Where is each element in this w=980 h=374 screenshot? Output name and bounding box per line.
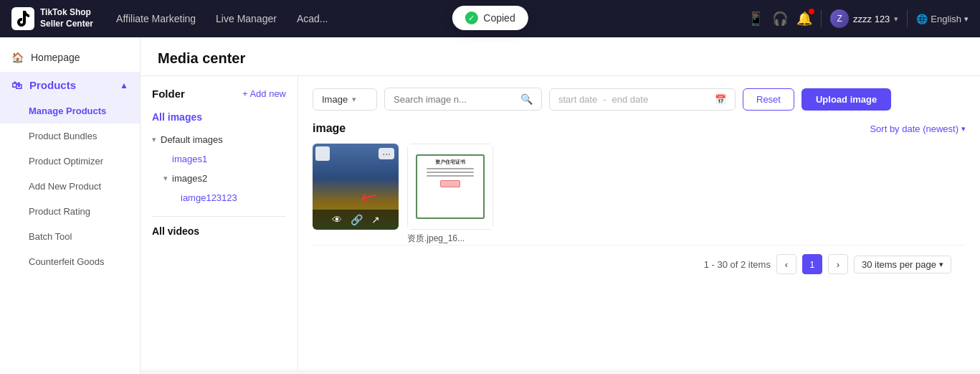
- sidebar-item-homepage[interactable]: 🏠 Homepage: [0, 43, 140, 72]
- folder-all-videos[interactable]: All videos: [152, 225, 286, 237]
- view-icon[interactable]: 👁: [332, 214, 342, 225]
- cert-line-2: [427, 172, 475, 173]
- media-center-header: Media center: [141, 37, 980, 76]
- home-icon: 🏠: [11, 52, 24, 63]
- folder-images2-label: images2: [172, 173, 207, 184]
- folder-iamge123123[interactable]: iamge123123: [152, 188, 286, 207]
- link-icon[interactable]: 🔗: [351, 214, 363, 225]
- phone-icon[interactable]: 📱: [748, 11, 763, 27]
- reset-button[interactable]: Reset: [743, 88, 794, 111]
- image-grid: ↙ ··· 👁 🔗 ↗: [313, 144, 966, 245]
- thumb-corner: [315, 146, 330, 161]
- media-center-title: Media center: [158, 50, 963, 67]
- tiktok-logo-icon: [11, 7, 34, 30]
- prev-page-button[interactable]: ‹: [776, 254, 796, 274]
- topnav: TikTok Shop Seller Center Affiliate Mark…: [0, 0, 980, 37]
- cert-line-1: [427, 168, 475, 169]
- search-icon: 🔍: [520, 93, 533, 105]
- start-date-label: start date: [558, 94, 597, 105]
- pagination-info: 1 - 30 of 2 items: [704, 259, 771, 270]
- image-name-2: 资质.jpeg_16...: [407, 233, 493, 245]
- filter-type-label: Image: [322, 94, 348, 105]
- image-more-button[interactable]: ···: [379, 148, 394, 159]
- user-avatar: Z: [830, 9, 849, 28]
- sidebar-item-batch-tool[interactable]: Batch Tool: [0, 224, 140, 249]
- main-layout: 🏠 Homepage 🛍 Products ▲ Manage Products …: [0, 37, 980, 374]
- headset-icon[interactable]: 🎧: [772, 11, 788, 27]
- folder-panel: Folder + Add new All images ▾ Default im…: [141, 76, 298, 370]
- language-selector[interactable]: 🌐 English ▾: [916, 14, 969, 24]
- sidebar-item-product-rating[interactable]: Product Rating: [0, 199, 140, 224]
- sidebar-item-add-new-product[interactable]: Add New Product: [0, 174, 140, 199]
- sidebar-homepage-label: Homepage: [31, 52, 80, 63]
- export-icon[interactable]: ↗: [371, 214, 380, 225]
- add-new-button[interactable]: + Add new: [242, 88, 286, 99]
- copied-toast: ✓ Copied: [452, 6, 528, 30]
- logo: TikTok Shop Seller Center: [11, 7, 93, 30]
- nav-acad[interactable]: Acad...: [297, 13, 328, 24]
- page-1-button[interactable]: 1: [802, 254, 822, 274]
- language-label: English: [931, 14, 961, 24]
- folder-images2-chevron-icon: ▾: [163, 174, 168, 183]
- filter-type-selector[interactable]: Image ▾: [313, 88, 377, 111]
- nav-divider-1: [821, 10, 822, 27]
- cert-line-3: [427, 175, 475, 177]
- folder-chevron-icon: ▾: [152, 135, 156, 144]
- image-thumb-2[interactable]: 资户住宅证书: [407, 144, 493, 230]
- cert-title-text: 资户住宅证书: [435, 159, 465, 166]
- toast-check-icon: ✓: [465, 11, 477, 24]
- end-date-label: end date: [612, 94, 649, 105]
- cert-thumb: 资户住宅证书: [407, 144, 493, 230]
- notification-badge: [809, 9, 814, 14]
- pagination-bar: 1 - 30 of 2 items ‹ 1 › 30 items per pag…: [313, 245, 966, 280]
- media-body: Folder + Add new All images ▾ Default im…: [141, 76, 980, 370]
- nav-links: Affiliate Marketing Live Manager Acad...: [116, 13, 725, 24]
- cert-inner: 资户住宅证书: [416, 154, 484, 219]
- logo-text: TikTok Shop Seller Center: [40, 7, 93, 29]
- cert-stamp: [440, 180, 460, 187]
- calendar-icon: 📅: [715, 94, 726, 105]
- per-page-label: 30 items per page: [862, 259, 936, 270]
- nav-affiliate[interactable]: Affiliate Marketing: [116, 13, 196, 24]
- folder-default-label: Default images: [161, 134, 223, 145]
- image-actions-overlay: 👁 🔗 ↗: [313, 210, 399, 230]
- sort-button[interactable]: Sort by date (newest) ▾: [870, 123, 966, 134]
- user-menu[interactable]: Z zzzz 123 ▾: [830, 9, 898, 28]
- sort-chevron-icon: ▾: [961, 124, 966, 134]
- sidebar-products-label: Products: [29, 79, 76, 91]
- upload-image-button[interactable]: Upload image: [801, 88, 891, 111]
- image-thumb-1[interactable]: ↙ ··· 👁 🔗 ↗: [313, 144, 399, 230]
- filter-bar: Image ▾ 🔍 start date - end date 📅 Reset: [313, 88, 966, 111]
- date-range-picker[interactable]: start date - end date 📅: [549, 88, 736, 111]
- image-card-1: ↙ ··· 👁 🔗 ↗: [313, 144, 399, 245]
- user-chevron-icon: ▾: [894, 14, 898, 24]
- nav-live[interactable]: Live Manager: [216, 13, 277, 24]
- bell-icon[interactable]: 🔔: [796, 11, 812, 27]
- folder-title: Folder: [152, 88, 185, 100]
- search-input[interactable]: [394, 94, 516, 105]
- lang-chevron-icon: ▾: [964, 14, 969, 24]
- products-icon: 🛍: [11, 79, 22, 91]
- folder-header: Folder + Add new: [152, 88, 286, 100]
- globe-icon: 🌐: [916, 14, 928, 24]
- image-card-2: 资户住宅证书 资质.jpeg_16...: [407, 144, 493, 245]
- arrow-icon: ↙: [356, 182, 381, 210]
- sidebar-item-manage-products[interactable]: Manage Products: [0, 98, 140, 123]
- folder-images2-group[interactable]: ▾ images2: [152, 169, 286, 188]
- folder-default-images[interactable]: ▾ Default images: [152, 130, 286, 149]
- date-range-separator: -: [603, 94, 606, 105]
- per-page-selector[interactable]: 30 items per page ▾: [854, 256, 951, 274]
- next-page-button[interactable]: ›: [828, 254, 848, 274]
- products-chevron-icon: ▲: [120, 80, 128, 90]
- folder-divider: [152, 216, 286, 217]
- image-section-header: image Sort by date (newest) ▾: [313, 122, 966, 135]
- sidebar-item-product-bundles[interactable]: Product Bundles: [0, 123, 140, 149]
- main-content: Media center Folder + Add new All images…: [141, 37, 980, 374]
- sidebar-products-header[interactable]: 🛍 Products ▲: [0, 72, 140, 98]
- folder-images1[interactable]: images1: [152, 149, 286, 169]
- folder-all-images[interactable]: All images: [152, 111, 286, 123]
- nav-divider-2: [907, 10, 908, 27]
- sidebar-item-product-optimizer[interactable]: Product Optimizer: [0, 149, 140, 174]
- search-box[interactable]: 🔍: [384, 88, 542, 111]
- sidebar-item-counterfeit[interactable]: Counterfeit Goods: [0, 249, 140, 274]
